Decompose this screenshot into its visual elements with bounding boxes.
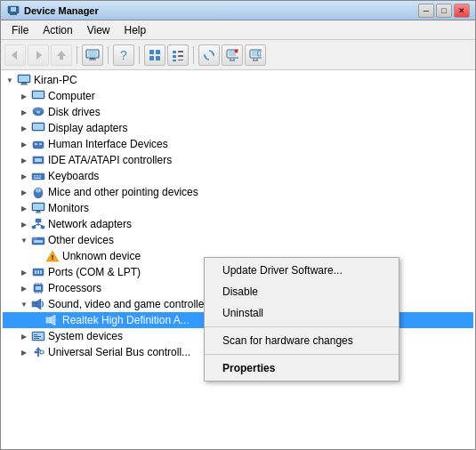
- tree-expander-other[interactable]: ▼: [17, 232, 31, 248]
- ctx-sep-2: [205, 354, 399, 355]
- toolbar-sep-1: [77, 46, 77, 64]
- network-label: Network adapters: [48, 218, 132, 230]
- svg-rect-48: [39, 143, 42, 145]
- monitor-icon: [31, 201, 45, 215]
- computer-device-icon: [31, 89, 45, 103]
- menu-file[interactable]: File: [4, 21, 36, 39]
- toolbar-sep-3: [139, 46, 140, 64]
- svg-rect-9: [90, 58, 95, 60]
- toolbar-help-button[interactable]: ?: [113, 44, 134, 66]
- toolbar-view1-button[interactable]: [144, 44, 165, 66]
- processor-icon: [31, 281, 45, 295]
- close-button[interactable]: ✕: [454, 4, 470, 18]
- svg-rect-55: [34, 178, 41, 180]
- unknown-label: Unknown device: [62, 250, 141, 262]
- other-label: Other devices: [48, 234, 114, 246]
- tree-expander-mice[interactable]: ▶: [17, 184, 31, 200]
- tree-item-root[interactable]: ▼ Kiran-PC: [3, 72, 473, 88]
- tree-item-monitors[interactable]: ▶ Monitors: [3, 200, 473, 216]
- toolbar-refresh-button[interactable]: [198, 44, 220, 66]
- toolbar-up-button[interactable]: [51, 44, 72, 66]
- toolbar-forward-button[interactable]: [28, 44, 49, 66]
- svg-rect-19: [173, 60, 176, 61]
- tree-expander-hid[interactable]: ▶: [17, 136, 31, 152]
- title-bar-buttons: ─ □ ✕: [418, 4, 470, 18]
- svg-marker-89: [51, 315, 55, 325]
- tree-item-disk[interactable]: ▶ Disk drives: [3, 104, 473, 120]
- svg-rect-46: [33, 141, 44, 149]
- toolbar-back-button[interactable]: [4, 44, 26, 66]
- svg-rect-65: [41, 226, 44, 229]
- svg-rect-92: [34, 334, 37, 335]
- ctx-properties[interactable]: Properties: [205, 358, 399, 379]
- tree-expander-monitors[interactable]: ▶: [17, 200, 31, 216]
- audio-device-icon: [45, 313, 60, 327]
- svg-rect-11: [149, 50, 154, 54]
- ctx-uninstall[interactable]: Uninstall: [205, 302, 399, 324]
- display-icon: [31, 121, 45, 135]
- svg-rect-2: [11, 7, 16, 12]
- toolbar-view2-button[interactable]: [167, 44, 189, 66]
- ide-icon: [31, 153, 45, 167]
- toolbar-settings-button[interactable]: [245, 44, 266, 66]
- minimize-button[interactable]: ─: [418, 4, 434, 18]
- tree-item-other[interactable]: ▼ Other devices: [3, 232, 473, 248]
- tree-expander-ports[interactable]: ▶: [17, 264, 31, 280]
- disk-icon: [31, 105, 45, 119]
- ctx-sep-1: [205, 326, 399, 327]
- tree-expander-keyboards[interactable]: ▶: [17, 168, 31, 184]
- sound-icon: [31, 297, 45, 311]
- tree-item-display[interactable]: ▶ Display adapters: [3, 120, 473, 136]
- tree-expander-system[interactable]: ▶: [17, 328, 31, 344]
- network-icon: [31, 217, 45, 231]
- menu-action[interactable]: Action: [36, 21, 79, 39]
- tree-item-hid[interactable]: ▶ Human Interface Devices: [3, 136, 473, 152]
- menu-help[interactable]: Help: [117, 21, 154, 39]
- maximize-button[interactable]: □: [436, 4, 452, 18]
- svg-rect-76: [37, 270, 39, 274]
- svg-marker-96: [36, 347, 41, 350]
- ports-icon: [31, 265, 45, 279]
- display-label: Display adapters: [48, 122, 127, 134]
- svg-rect-64: [32, 226, 36, 229]
- toolbar-sep-2: [108, 46, 109, 64]
- svg-rect-15: [173, 51, 176, 53]
- title-bar-icon: [6, 4, 20, 18]
- hid-icon: [31, 137, 45, 151]
- svg-rect-93: [34, 336, 41, 337]
- tree-item-computer[interactable]: ▶ Computer: [3, 88, 473, 104]
- tree-expander-sound[interactable]: ▼: [17, 296, 31, 312]
- menu-view[interactable]: View: [80, 21, 117, 39]
- tree-expander-root[interactable]: ▼: [3, 72, 17, 88]
- tree-item-ide[interactable]: ▶ IDE ATA/ATAPI controllers: [3, 152, 473, 168]
- tree-expander-computer[interactable]: ▶: [17, 88, 31, 104]
- ctx-scan[interactable]: Scan for hardware changes: [205, 330, 399, 351]
- keyboards-label: Keyboards: [48, 170, 99, 182]
- tree-expander-processors[interactable]: ▶: [17, 280, 31, 296]
- toolbar-sep-4: [193, 46, 194, 64]
- toolbar-computer-button[interactable]: [82, 44, 103, 66]
- toolbar-remove-button[interactable]: [222, 44, 243, 66]
- tree-expander-disk[interactable]: ▶: [17, 104, 31, 120]
- tree-expander-usb[interactable]: ▶: [17, 344, 31, 360]
- svg-rect-37: [21, 83, 27, 84]
- ctx-disable[interactable]: Disable: [205, 281, 399, 302]
- svg-rect-14: [156, 56, 160, 60]
- monitors-label: Monitors: [48, 202, 89, 214]
- svg-rect-50: [35, 158, 42, 162]
- disk-label: Disk drives: [48, 106, 101, 118]
- tree-item-mice[interactable]: ▶ Mice and other pointing devices: [3, 184, 473, 200]
- title-bar: Device Manager ─ □ ✕: [1, 1, 475, 20]
- tree-item-network[interactable]: ▶ Network adapters: [3, 216, 473, 232]
- svg-rect-86: [32, 301, 36, 307]
- usb-label: Universal Serial Bus controll...: [48, 346, 190, 358]
- svg-rect-60: [33, 204, 44, 210]
- svg-text:!: !: [52, 253, 54, 261]
- tree-expander-display[interactable]: ▶: [17, 120, 31, 136]
- tree-expander-ide[interactable]: ▶: [17, 152, 31, 168]
- menu-bar: File Action View Help: [1, 20, 475, 40]
- ctx-update[interactable]: Update Driver Software...: [205, 260, 399, 281]
- tree-expander-network[interactable]: ▶: [17, 216, 31, 232]
- svg-rect-12: [156, 50, 160, 54]
- tree-item-keyboards[interactable]: ▶ Keyboards: [3, 168, 473, 184]
